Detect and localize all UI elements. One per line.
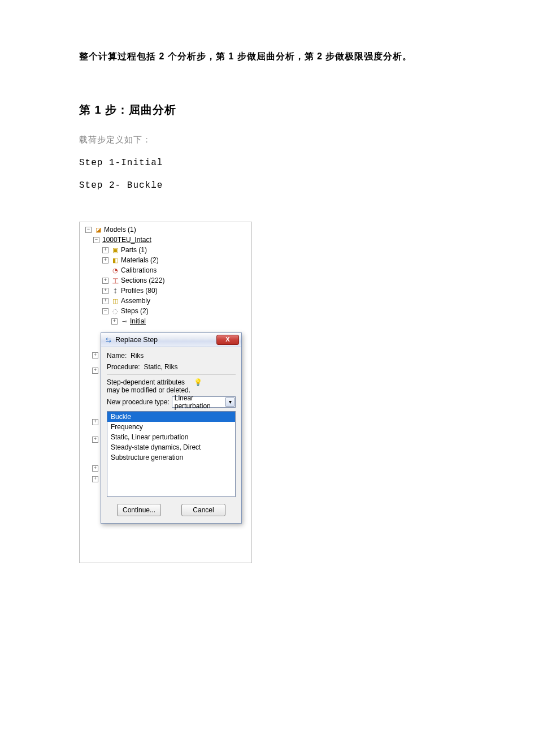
- tree-steps[interactable]: − ◌ Steps (2): [84, 306, 249, 316]
- option-static-linear-perturbation[interactable]: Static, Linear perturbation: [107, 432, 235, 442]
- tree-label: Parts (1): [121, 246, 147, 254]
- parts-icon: ▣: [111, 247, 119, 253]
- expand-icon[interactable]: +: [111, 318, 118, 325]
- step-1-line: Step 1-Initial: [79, 158, 455, 168]
- close-button[interactable]: X: [216, 335, 239, 345]
- tree-materials[interactable]: + ◧ Materials (2): [84, 255, 249, 265]
- steps-icon: ◌: [111, 308, 119, 314]
- option-buckle[interactable]: Buckle: [107, 412, 235, 422]
- tree-label: Materials (2): [121, 256, 159, 264]
- name-row: Name: Riks: [107, 352, 236, 360]
- tree-label: Steps (2): [121, 307, 149, 315]
- option-steady-state-dynamics-direct[interactable]: Steady-state dynamics, Direct: [107, 442, 235, 452]
- procedure-listbox[interactable]: Buckle Frequency Static, Linear perturba…: [107, 411, 236, 497]
- intro-paragraph: 整个计算过程包括 2 个分析步，第 1 步做屈曲分析，第 2 步做极限强度分析。: [79, 51, 455, 63]
- tree-model-name[interactable]: − 1000TEU_Intact: [84, 235, 249, 245]
- load-step-subtext: 载荷步定义如下：: [79, 135, 455, 145]
- new-procedure-value: Linear perturbation: [175, 394, 226, 410]
- replace-step-dialog: ⇆ Replace Step X Name: Riks Procedure: S…: [101, 332, 242, 524]
- lightbulb-icon: 💡: [194, 378, 202, 386]
- tree-label: Profiles (80): [121, 287, 158, 295]
- tip-line-1: Step-dependent attributes: [107, 378, 190, 386]
- expand-icon[interactable]: +: [92, 419, 98, 425]
- calibrations-icon: ◔: [111, 267, 119, 274]
- expand-icon[interactable]: +: [92, 437, 98, 443]
- assembly-icon: ◫: [111, 297, 119, 304]
- expand-icon[interactable]: +: [92, 465, 98, 472]
- expand-icon[interactable]: +: [102, 288, 108, 294]
- dialog-titlebar[interactable]: ⇆ Replace Step X: [101, 333, 241, 347]
- tree-label: Sections (222): [121, 277, 164, 284]
- collapse-icon[interactable]: −: [102, 308, 108, 314]
- expand-icon[interactable]: +: [92, 476, 98, 482]
- materials-icon: ◧: [111, 257, 119, 263]
- procedure-label: Procedure:: [107, 363, 140, 371]
- model-tree: − ◪ Models (1) − 1000TEU_Intact + ▣ Part…: [82, 224, 249, 326]
- sections-icon: 工: [111, 277, 119, 284]
- tree-calibrations[interactable]: ◔ Calibrations: [84, 265, 249, 275]
- collapse-icon[interactable]: −: [85, 227, 92, 233]
- section-heading: 第 1 步：屈曲分析: [79, 102, 455, 118]
- tree-label: Assembly: [121, 297, 150, 305]
- profiles-icon: ‡: [111, 287, 119, 294]
- dialog-title: Replace Step: [115, 336, 158, 344]
- tip-row: Step-dependent attributes may be modifie…: [107, 378, 236, 394]
- new-procedure-label: New procedure type:: [107, 398, 170, 406]
- tree-label: Models (1): [104, 226, 136, 234]
- tree-label: Initial: [130, 317, 146, 325]
- procedure-row: Procedure: Static, Riks: [107, 363, 236, 371]
- expand-icon[interactable]: +: [102, 298, 108, 304]
- collapse-icon[interactable]: −: [93, 237, 99, 243]
- models-icon: ◪: [94, 226, 102, 233]
- cancel-button[interactable]: Cancel: [181, 504, 225, 516]
- abaqus-screenshot: − ◪ Models (1) − 1000TEU_Intact + ▣ Part…: [79, 222, 252, 563]
- expand-icon[interactable]: +: [92, 352, 98, 358]
- new-procedure-select[interactable]: Linear perturbation ▾: [172, 396, 236, 408]
- tree-stub-column: + + + + + +: [92, 352, 99, 487]
- chevron-down-icon[interactable]: ▾: [225, 398, 235, 407]
- replace-step-icon: ⇆: [105, 336, 112, 344]
- tree-assembly[interactable]: + ◫ Assembly: [84, 296, 249, 306]
- tree-sections[interactable]: + 工 Sections (222): [84, 275, 249, 286]
- initial-icon: ⊸: [120, 318, 128, 325]
- expand-icon[interactable]: +: [102, 247, 108, 253]
- continue-button[interactable]: Continue...: [117, 504, 161, 516]
- tree-label: 1000TEU_Intact: [102, 236, 151, 244]
- option-frequency[interactable]: Frequency: [107, 422, 235, 432]
- tree-profiles[interactable]: + ‡ Profiles (80): [84, 286, 249, 296]
- tree-step-initial[interactable]: + ⊸ Initial: [84, 316, 249, 326]
- procedure-value: Static, Riks: [144, 363, 177, 371]
- expand-icon[interactable]: +: [92, 368, 98, 374]
- name-label: Name:: [107, 352, 127, 360]
- new-procedure-row: New procedure type: Linear perturbation …: [107, 396, 236, 408]
- step-2-line: Step 2- Buckle: [79, 180, 455, 191]
- option-substructure-generation[interactable]: Substructure generation: [107, 452, 235, 463]
- tree-models[interactable]: − ◪ Models (1): [84, 224, 249, 235]
- tree-label: Calibrations: [121, 266, 157, 274]
- expand-icon[interactable]: +: [102, 278, 108, 284]
- expand-icon[interactable]: +: [102, 257, 108, 263]
- separator: [107, 374, 236, 375]
- tree-parts[interactable]: + ▣ Parts (1): [84, 245, 249, 255]
- name-value: Riks: [131, 352, 144, 360]
- tip-line-2: may be modified or deleted.: [107, 386, 190, 394]
